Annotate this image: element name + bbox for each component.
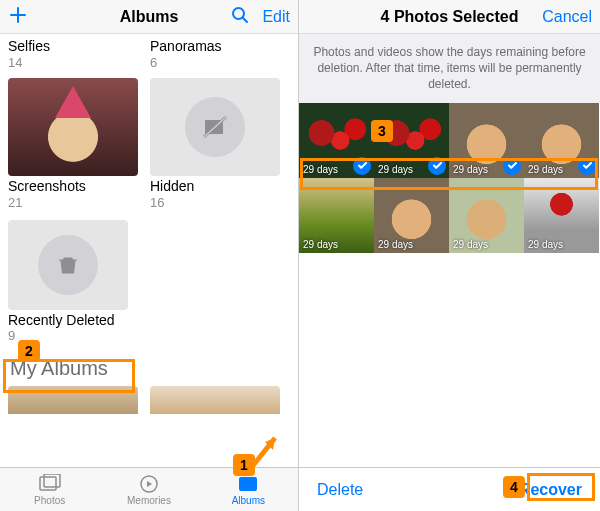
edit-button[interactable]: Edit bbox=[262, 8, 290, 26]
tab-memories[interactable]: Memories bbox=[99, 468, 198, 511]
album-screenshots[interactable]: Screenshots 21 bbox=[8, 78, 138, 210]
albums-scroll[interactable]: Selfies 14 Panoramas 6 Screenshots 21 bbox=[0, 34, 298, 467]
photo-cell[interactable]: 29 days bbox=[449, 178, 524, 253]
plus-icon bbox=[8, 5, 28, 25]
photos-icon bbox=[38, 473, 62, 495]
albums-navbar: Albums Edit bbox=[0, 0, 298, 34]
selected-checkmark-icon bbox=[578, 157, 596, 175]
album-thumbnail bbox=[8, 78, 138, 176]
hidden-icon bbox=[185, 97, 245, 157]
add-album-button[interactable] bbox=[8, 5, 28, 29]
days-remaining-label: 29 days bbox=[378, 239, 413, 250]
album-panoramas[interactable]: Panoramas 6 bbox=[150, 36, 280, 70]
my-albums-header: My Albums bbox=[10, 357, 290, 380]
delete-button[interactable]: Delete bbox=[317, 481, 363, 499]
album-thumbnail-partial[interactable] bbox=[8, 386, 138, 414]
photo-cell[interactable]: 29 days bbox=[524, 178, 599, 253]
photo-cell[interactable]: 29 days bbox=[524, 103, 599, 178]
days-remaining-label: 29 days bbox=[453, 164, 488, 175]
albums-screen: Albums Edit Selfies 14 Panoramas 6 bbox=[0, 0, 299, 511]
album-hidden[interactable]: Hidden 16 bbox=[150, 78, 280, 210]
selected-checkmark-icon bbox=[353, 157, 371, 175]
photo-cell[interactable]: 29 days bbox=[374, 103, 449, 178]
album-count: 16 bbox=[150, 195, 280, 210]
bottom-toolbar: Delete Recover bbox=[299, 467, 600, 511]
album-count: 6 bbox=[150, 55, 280, 70]
album-name: Hidden bbox=[150, 178, 280, 195]
album-name: Panoramas bbox=[150, 38, 280, 55]
svg-rect-7 bbox=[239, 477, 257, 491]
album-name: Recently Deleted bbox=[8, 312, 138, 329]
photo-cell[interactable]: 29 days bbox=[299, 178, 374, 253]
album-selfies[interactable]: Selfies 14 bbox=[8, 36, 138, 70]
tab-label: Photos bbox=[34, 495, 65, 506]
albums-icon bbox=[236, 473, 260, 495]
recover-button[interactable]: Recover bbox=[519, 481, 582, 499]
album-count: 14 bbox=[8, 55, 138, 70]
days-remaining-label: 29 days bbox=[528, 164, 563, 175]
days-remaining-label: 29 days bbox=[453, 239, 488, 250]
select-navbar: 4 Photos Selected Cancel bbox=[299, 0, 600, 34]
memories-icon bbox=[138, 473, 160, 495]
search-button[interactable] bbox=[230, 5, 250, 29]
tab-photos[interactable]: Photos bbox=[0, 468, 99, 511]
photo-cell[interactable]: 29 days bbox=[449, 103, 524, 178]
album-count: 21 bbox=[8, 195, 138, 210]
tab-label: Albums bbox=[232, 495, 265, 506]
album-name: Selfies bbox=[8, 38, 138, 55]
selected-checkmark-icon bbox=[503, 157, 521, 175]
deleted-photos-grid: 29 days29 days29 days29 days29 days29 da… bbox=[299, 103, 600, 253]
album-count: 9 bbox=[8, 328, 138, 343]
days-remaining-label: 29 days bbox=[528, 239, 563, 250]
photo-cell[interactable]: 29 days bbox=[299, 103, 374, 178]
tab-albums[interactable]: Albums bbox=[199, 468, 298, 511]
deletion-info-banner: Photos and videos show the days remainin… bbox=[299, 34, 600, 103]
svg-rect-5 bbox=[44, 474, 60, 487]
tab-bar: Photos Memories Albums bbox=[0, 467, 298, 511]
days-remaining-label: 29 days bbox=[303, 164, 338, 175]
album-recently-deleted[interactable]: Recently Deleted 9 bbox=[8, 220, 138, 344]
album-name: Screenshots bbox=[8, 178, 138, 195]
album-thumbnail bbox=[150, 78, 280, 176]
tab-label: Memories bbox=[127, 495, 171, 506]
recently-deleted-select-screen: 4 Photos Selected Cancel Photos and vide… bbox=[299, 0, 600, 511]
cancel-button[interactable]: Cancel bbox=[542, 8, 592, 26]
search-icon bbox=[230, 5, 250, 25]
svg-rect-4 bbox=[40, 477, 56, 490]
selected-checkmark-icon bbox=[428, 157, 446, 175]
album-thumbnail-partial[interactable] bbox=[150, 386, 280, 414]
days-remaining-label: 29 days bbox=[378, 164, 413, 175]
days-remaining-label: 29 days bbox=[303, 239, 338, 250]
trash-icon bbox=[38, 235, 98, 295]
party-hat-icon bbox=[55, 86, 91, 118]
album-thumbnail bbox=[8, 220, 128, 310]
photo-cell[interactable]: 29 days bbox=[374, 178, 449, 253]
